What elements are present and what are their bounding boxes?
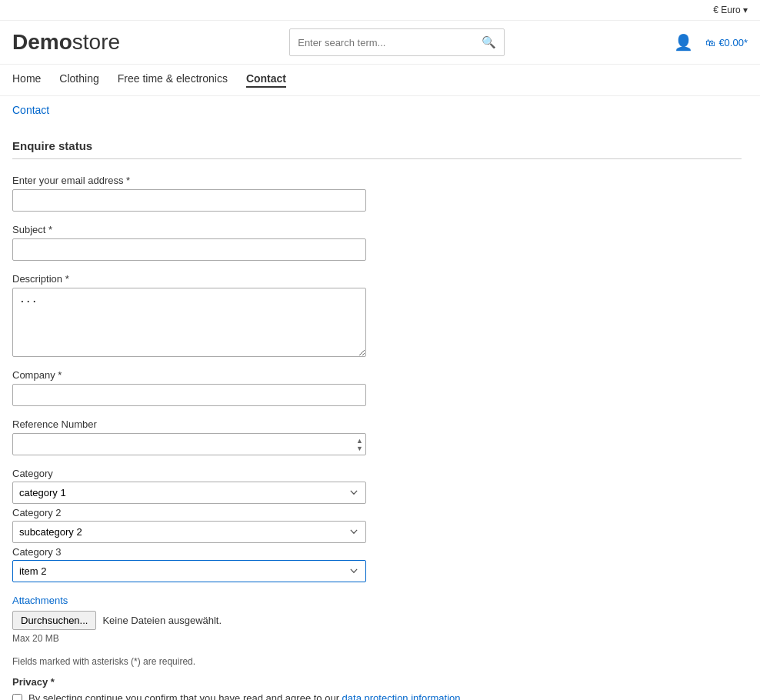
top-bar: € Euro ▾ [0, 0, 760, 21]
category3-select[interactable]: item 1 item 2 item 3 [12, 560, 366, 582]
company-group: Company * [12, 369, 742, 406]
enquire-section: Enquire status Enter your email address … [12, 139, 742, 700]
description-label: Description * [12, 273, 742, 285]
logo-normal: store [72, 30, 120, 54]
category2-label: Category 2 [12, 507, 742, 518]
category2-select[interactable]: subcategory 1 subcategory 2 subcategory … [12, 521, 366, 543]
logo: Demostore [12, 30, 120, 55]
header-icons: 👤 🛍 €0.00* [674, 33, 748, 52]
nav-home[interactable]: Home [12, 72, 41, 88]
company-input[interactable] [12, 384, 366, 406]
currency-selector[interactable]: € Euro ▾ [713, 5, 748, 15]
logo-bold: Demo [12, 30, 72, 54]
privacy-checkbox[interactable] [12, 694, 22, 700]
account-icon[interactable]: 👤 [674, 33, 693, 52]
search-input[interactable] [290, 31, 474, 55]
reference-label: Reference Number [12, 418, 742, 430]
main-content: Enquire status Enter your email address … [0, 124, 754, 700]
browse-button[interactable]: Durchsuchen... [12, 611, 96, 630]
privacy-group: Privacy * By selecting continue you conf… [12, 676, 742, 700]
privacy-label: Privacy * [12, 676, 742, 688]
search-bar: 🔍 [289, 28, 505, 56]
max-size: Max 20 MB [12, 633, 742, 644]
breadcrumb-contact[interactable]: Contact [12, 104, 49, 116]
category1-label: Category [12, 468, 742, 479]
attachments-label: Attachments [12, 595, 742, 606]
reference-input-wrap: ▲ ▼ [12, 433, 366, 455]
category3-group: Category 3 item 1 item 2 item 3 [12, 546, 742, 582]
subject-group: Subject * [12, 224, 742, 261]
header: Demostore 🔍 👤 🛍 €0.00* [0, 21, 760, 65]
cart-link[interactable]: 🛍 €0.00* [705, 37, 748, 48]
description-input[interactable]: ... [12, 288, 366, 357]
cart-amount: €0.00* [718, 37, 748, 48]
subject-label: Subject * [12, 224, 742, 235]
email-input[interactable] [12, 189, 366, 212]
main-nav: Home Clothing Free time & electronics Co… [0, 65, 760, 96]
search-button[interactable]: 🔍 [474, 29, 504, 55]
required-note: Fields marked with asterisks (*) are req… [12, 656, 742, 667]
category1-select[interactable]: category 1 category 2 category 3 [12, 482, 366, 504]
privacy-check-row: By selecting continue you confirm that y… [12, 692, 742, 700]
attachments-section: Attachments Durchsuchen... Keine Dateien… [12, 595, 742, 644]
privacy-link[interactable]: data protection information [342, 692, 461, 700]
description-group: Description * ... [12, 273, 742, 357]
category3-label: Category 3 [12, 546, 742, 558]
company-label: Company * [12, 369, 742, 381]
file-name: Keine Dateien ausgewählt. [102, 615, 222, 626]
email-group: Enter your email address * [12, 175, 742, 212]
cart-icon: 🛍 [705, 37, 715, 48]
file-input-row: Durchsuchen... Keine Dateien ausgewählt. [12, 611, 742, 630]
email-label: Enter your email address * [12, 175, 742, 186]
category2-group: Category 2 subcategory 1 subcategory 2 s… [12, 507, 742, 543]
category1-group: Category category 1 category 2 category … [12, 468, 742, 504]
nav-contact[interactable]: Contact [246, 72, 286, 88]
reference-input[interactable] [12, 433, 366, 455]
section-title: Enquire status [12, 139, 742, 159]
subject-input[interactable] [12, 238, 366, 261]
privacy-text: By selecting continue you confirm that y… [28, 692, 463, 700]
breadcrumb: Contact [0, 96, 760, 124]
nav-free-time[interactable]: Free time & electronics [118, 72, 228, 88]
spinner-down[interactable]: ▼ [356, 445, 363, 452]
nav-clothing[interactable]: Clothing [59, 72, 98, 88]
spinners: ▲ ▼ [356, 437, 363, 452]
spinner-up[interactable]: ▲ [356, 437, 363, 444]
reference-group: Reference Number ▲ ▼ [12, 418, 742, 455]
